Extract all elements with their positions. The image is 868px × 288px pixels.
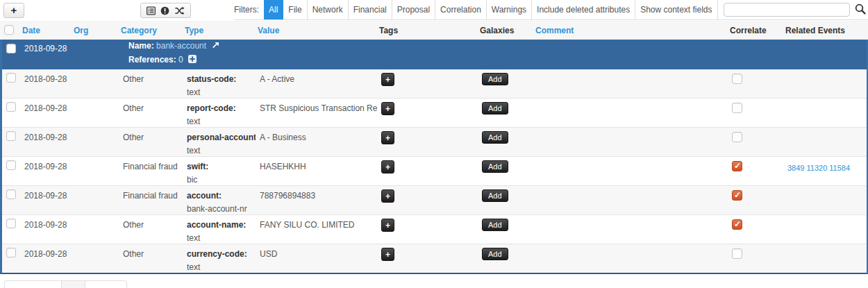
row-value: A - Active: [256, 69, 377, 84]
add-attribute-button[interactable]: +: [3, 3, 24, 18]
correlate-checkbox[interactable]: [732, 190, 742, 201]
related-events-cell: [783, 244, 867, 251]
object-header-row: 2018-09-28 Name: bank-account References…: [2, 40, 867, 69]
filter-tabs: AllFileNetworkFinancialProposalCorrelati…: [264, 0, 718, 19]
row-type: swift: bic: [183, 157, 256, 185]
correlate-checkbox[interactable]: [732, 132, 742, 142]
add-tag-button[interactable]: +: [381, 189, 394, 203]
add-galaxy-button[interactable]: Add: [482, 131, 508, 144]
table-row: 2018-09-28 Financial fraud account: bank…: [2, 185, 867, 214]
row-type-subtype: text: [187, 262, 253, 273]
row-value: FANY SILU CO. LIMITED: [256, 215, 377, 230]
add-tag-button[interactable]: +: [381, 248, 394, 261]
table-row: 2018-09-28 Other currency-code: text USD…: [2, 244, 867, 273]
row-category: Other: [119, 99, 183, 113]
row-category: Other: [119, 244, 183, 259]
filter-tab-network[interactable]: Network: [308, 0, 349, 19]
add-tag-button[interactable]: +: [381, 219, 394, 232]
pagination: « previous 1 next »: [4, 280, 127, 288]
row-comment: [533, 244, 728, 249]
add-galaxy-button[interactable]: Add: [482, 73, 508, 85]
row-org: [72, 215, 119, 220]
add-tag-button[interactable]: +: [381, 160, 394, 173]
row-type-subtype: text: [187, 233, 253, 244]
table-row: 2018-09-28 Other status-code: text A - A…: [2, 69, 867, 98]
search-input[interactable]: [724, 3, 850, 17]
correlate-checkbox[interactable]: [732, 103, 742, 113]
column-header-category[interactable]: Category: [117, 21, 181, 40]
column-header-value[interactable]: Value: [253, 21, 375, 40]
add-tag-button[interactable]: +: [381, 102, 394, 115]
row-org: [72, 157, 119, 162]
row-type-name: account-name:: [187, 220, 253, 230]
related-events-cell: [783, 128, 867, 134]
row-checkbox[interactable]: [6, 73, 16, 83]
row-checkbox[interactable]: [6, 189, 16, 199]
pagination-previous[interactable]: « previous: [5, 281, 62, 288]
search-button[interactable]: [850, 3, 868, 17]
row-checkbox[interactable]: [6, 160, 16, 170]
row-checkbox[interactable]: [6, 102, 16, 112]
list-icon[interactable]: [147, 6, 156, 15]
row-type: report-code: text: [183, 99, 256, 127]
filter-tab-all[interactable]: All: [264, 0, 283, 19]
related-event-link[interactable]: 11584: [829, 164, 850, 172]
correlate-checkbox[interactable]: [732, 74, 742, 84]
add-galaxy-button[interactable]: Add: [482, 102, 508, 115]
row-type-name: personal-account-type:: [187, 133, 253, 143]
select-all-checkbox[interactable]: [4, 25, 14, 35]
expand-icon[interactable]: [211, 40, 219, 53]
column-header-date[interactable]: Date: [18, 21, 69, 40]
filter-tab-warnings[interactable]: Warnings: [487, 0, 532, 19]
related-event-link[interactable]: 11320: [806, 164, 827, 172]
column-header-correlate: Correlate: [726, 21, 781, 40]
correlate-checkbox[interactable]: [732, 248, 742, 259]
correlate-checkbox[interactable]: [732, 219, 742, 230]
add-galaxy-button[interactable]: Add: [482, 160, 508, 173]
row-type-subtype: bank-account-nr: [187, 204, 253, 214]
exclamation-circle-icon[interactable]: [160, 6, 169, 15]
related-event-link[interactable]: 3849: [787, 164, 804, 172]
row-checkbox[interactable]: [6, 131, 16, 141]
column-header-type[interactable]: Type: [181, 21, 253, 40]
filter-bar: Filters: AllFileNetworkFinancialProposal…: [234, 0, 868, 20]
column-header-org[interactable]: Org: [69, 21, 117, 40]
filter-tab-show-context-fields[interactable]: Show context fields: [635, 0, 717, 19]
add-tag-button[interactable]: +: [381, 131, 394, 144]
table-header-row: DateOrgCategoryTypeValueTagsGalaxiesComm…: [0, 21, 868, 40]
row-comment: [533, 99, 728, 103]
column-header-comment[interactable]: Comment: [531, 21, 726, 40]
add-reference-icon[interactable]: [188, 54, 197, 67]
toolbar: + Filters: AllFileNetworkFinancialPropos…: [0, 0, 868, 21]
object-name-link[interactable]: bank-account: [156, 41, 206, 51]
object-date: 2018-09-28: [20, 40, 72, 53]
pagination-current-page: 1: [62, 281, 85, 288]
row-type-subtype: bic: [187, 175, 253, 185]
add-galaxy-button[interactable]: Add: [482, 219, 508, 231]
correlate-checkbox[interactable]: [732, 161, 742, 171]
row-checkbox[interactable]: [6, 248, 16, 257]
search-icon: [855, 3, 866, 17]
row-comment: [533, 69, 728, 74]
row-date: 2018-09-28: [20, 69, 72, 84]
filter-tab-include-deleted-attributes[interactable]: Include deleted attributes: [532, 0, 635, 19]
shuffle-icon[interactable]: [174, 6, 185, 15]
filter-tab-file[interactable]: File: [283, 0, 307, 19]
row-org: [72, 244, 119, 249]
toolbar-icon-group: [140, 3, 191, 18]
filter-tab-correlation[interactable]: Correlation: [435, 0, 487, 19]
filters-label: Filters:: [234, 5, 264, 15]
filter-tab-financial[interactable]: Financial: [349, 0, 392, 19]
object-name-label: Name:: [128, 41, 154, 51]
row-checkbox[interactable]: [6, 219, 16, 228]
row-comment: [533, 186, 728, 191]
pagination-next[interactable]: next »: [85, 281, 126, 288]
column-header-galaxies: Galaxies: [476, 21, 531, 40]
object-row-checkbox[interactable]: [6, 44, 16, 53]
add-galaxy-button[interactable]: Add: [482, 248, 508, 260]
related-events-cell: [783, 69, 867, 76]
row-value: STR Suspicious Transaction Report: [256, 99, 377, 113]
add-tag-button[interactable]: +: [381, 73, 394, 86]
filter-tab-proposal[interactable]: Proposal: [392, 0, 435, 19]
add-galaxy-button[interactable]: Add: [482, 189, 508, 202]
